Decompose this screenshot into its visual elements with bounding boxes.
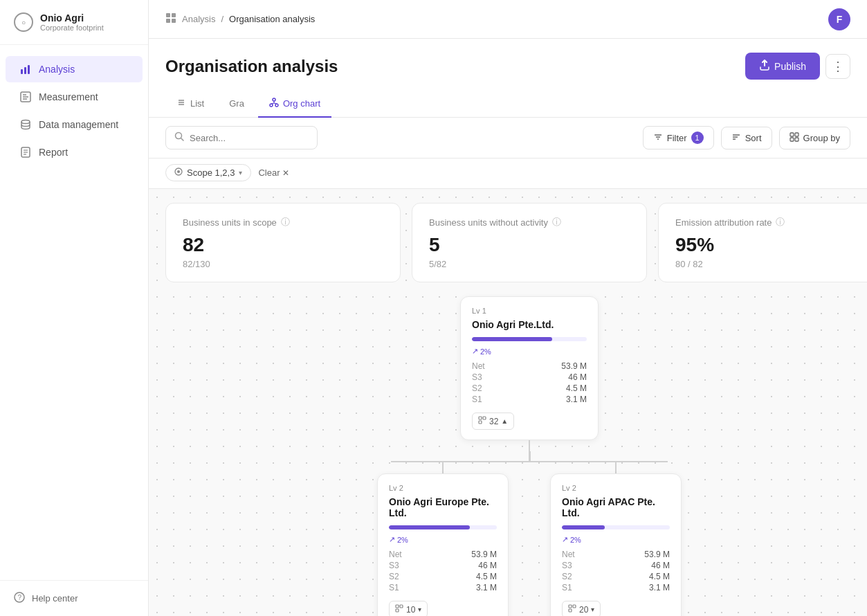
main-content: Analysis / Organisation analysis F Organ… [149, 0, 867, 616]
c1-metric-s2: S2 4.5 M [562, 572, 670, 581]
tab-graph-label: Gra [229, 98, 244, 109]
help-center-item[interactable]: ? Help center [14, 592, 134, 605]
report-icon [19, 146, 32, 158]
clear-filter-button[interactable]: Clear ✕ [258, 167, 289, 178]
close-icon: ✕ [282, 168, 289, 178]
child0-level-badge: Lv 2 [389, 484, 497, 492]
svg-line-25 [271, 103, 274, 104]
metric-row-s3: S3 46 M [472, 372, 587, 382]
metric-row-s1: S1 3.1 M [472, 395, 587, 404]
svg-rect-37 [790, 138, 794, 141]
stat-sub-1: 5/82 [429, 259, 630, 269]
logo-text: Onio Agri Corporate footprint [40, 12, 104, 32]
stats-row: Business units in scope ⓘ 82 82/130 Busi… [149, 189, 867, 282]
child0-trend: ↗ 2% [389, 535, 497, 544]
user-avatar[interactable]: F [828, 8, 850, 30]
svg-point-7 [21, 120, 30, 124]
org-level-2: Lv 2 Onio Agri Europe Pte. Ltd. ↗ 2% [377, 462, 682, 616]
root-progress-bar [472, 337, 587, 341]
svg-line-26 [274, 103, 277, 104]
svg-point-21 [273, 98, 275, 101]
svg-rect-45 [400, 605, 403, 608]
breadcrumb: Analysis / Organisation analysis [165, 12, 315, 26]
sidebar-item-report[interactable]: Report [6, 139, 143, 165]
stat-title-2: Emission attribution rate ⓘ [675, 216, 867, 228]
chevron-down-icon: ▾ [239, 169, 242, 176]
svg-rect-46 [396, 609, 399, 612]
canvas-area[interactable]: Business units in scope ⓘ 82 82/130 Busi… [149, 189, 867, 616]
sidebar-item-measurement[interactable]: Measurement [6, 84, 143, 110]
sidebar-item-data-management[interactable]: Data management [6, 111, 143, 138]
child0-progress-fill [389, 525, 470, 529]
sidebar-logo: ○ Onio Agri Corporate footprint [0, 0, 148, 45]
more-options-button[interactable]: ⋮ [825, 54, 850, 79]
children-icon [478, 416, 486, 426]
metric-row-net: Net 53.9 M [472, 361, 587, 371]
stat-sub-2: 80 / 82 [675, 259, 867, 269]
svg-text:?: ? [18, 594, 22, 601]
chevron-down-icon: ▾ [418, 606, 421, 613]
child0-name: Onio Agri Europe Pte. Ltd. [389, 496, 497, 518]
sidebar-item-analysis[interactable]: Analysis [6, 56, 143, 82]
tab-list-label: List [190, 98, 204, 109]
child1-expand-button[interactable]: 20 ▾ [562, 601, 601, 616]
org-chart-layout: Lv 1 Onio Agri Pte.Ltd. ↗ 2% Net 53.9 M [149, 282, 867, 616]
child0-expand-button[interactable]: 10 ▾ [389, 601, 428, 616]
search-icon [174, 132, 184, 144]
sidebar-item-label: Report [39, 147, 68, 158]
sort-label: Sort [745, 133, 762, 143]
root-expand-button[interactable]: 32 ▲ [472, 413, 514, 430]
root-node-name: Onio Agri Pte.Ltd. [472, 319, 587, 330]
filter-button[interactable]: Filter 1 [643, 126, 714, 150]
data-icon [19, 118, 32, 131]
child1-progress-bar [562, 525, 670, 529]
company-subtitle: Corporate footprint [40, 24, 104, 32]
chevron-up-icon: ▲ [501, 417, 508, 425]
org-node-root: Lv 1 Onio Agri Pte.Ltd. ↗ 2% Net 53.9 M [460, 296, 599, 440]
svg-rect-15 [172, 13, 176, 17]
publish-button[interactable]: Publish [745, 53, 820, 80]
c0-metric-s1: S1 3.1 M [389, 583, 497, 592]
info-icon-1[interactable]: ⓘ [552, 216, 561, 228]
sort-button[interactable]: Sort [721, 127, 772, 150]
company-name: Onio Agri [40, 12, 104, 24]
scope-label: Scope 1,2,3 [187, 167, 235, 178]
org-node-child-1: Lv 2 Onio Agri APAC Pte. Ltd. ↗ 2% [550, 473, 682, 616]
tab-graph[interactable]: Gra [218, 91, 255, 117]
tab-list[interactable]: List [165, 91, 215, 118]
child1-metrics: Net 53.9 M S3 46 M S2 4.5 M [562, 550, 670, 592]
group-by-icon [790, 132, 799, 144]
svg-rect-49 [569, 609, 572, 612]
svg-rect-2 [28, 65, 30, 74]
info-icon-0[interactable]: ⓘ [281, 216, 290, 228]
group-by-label: Group by [803, 133, 840, 143]
stat-title-0: Business units in scope ⓘ [183, 216, 383, 228]
child0-metrics: Net 53.9 M S3 46 M S2 4.5 M [389, 550, 497, 592]
info-icon-2[interactable]: ⓘ [776, 216, 785, 228]
svg-rect-43 [479, 421, 482, 424]
tabs-row: List Gra Org chart [165, 91, 850, 117]
search-input[interactable] [190, 133, 309, 143]
stat-sub-0: 82/130 [183, 259, 383, 269]
search-box[interactable] [165, 126, 318, 150]
help-label: Help center [32, 593, 77, 604]
c1-metric-s1: S1 3.1 M [562, 583, 670, 592]
svg-rect-14 [166, 13, 170, 17]
svg-rect-42 [483, 417, 486, 419]
c0-metric-net: Net 53.9 M [389, 550, 497, 559]
group-by-button[interactable]: Group by [779, 127, 850, 150]
scope-chip[interactable]: Scope 1,2,3 ▾ [165, 164, 251, 181]
chart-icon [19, 63, 32, 75]
sidebar-footer: ? Help center [0, 580, 148, 616]
page-header: Organisation analysis Publish ⋮ [149, 39, 867, 118]
root-children-count: 32 [489, 417, 498, 426]
child1-trend: ↗ 2% [562, 535, 670, 544]
tab-org-chart[interactable]: Org chart [258, 91, 331, 118]
children-icon [395, 604, 403, 615]
breadcrumb-parent[interactable]: Analysis [182, 14, 215, 24]
canvas-inner: Business units in scope ⓘ 82 82/130 Busi… [149, 189, 867, 616]
breadcrumb-current: Organisation analysis [229, 14, 315, 24]
c1-metric-s3: S3 46 M [562, 561, 670, 570]
page-title: Organisation analysis [165, 57, 338, 76]
c1-metric-net: Net 53.9 M [562, 550, 670, 559]
